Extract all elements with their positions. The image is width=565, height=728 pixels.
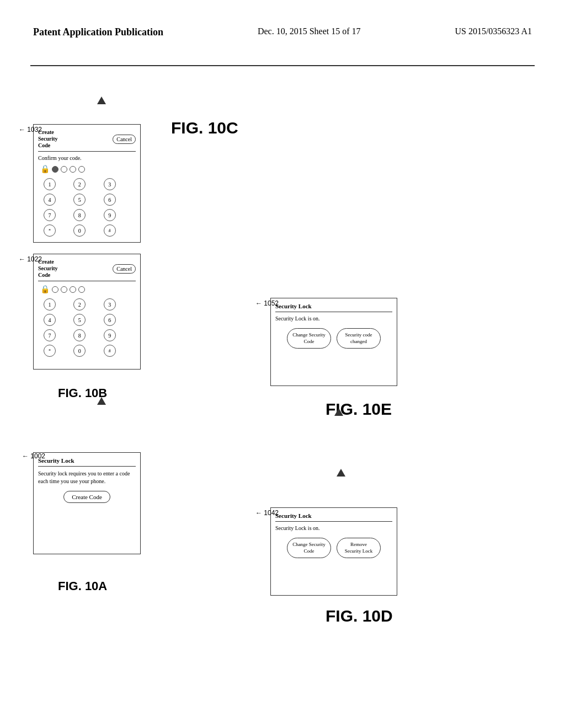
bracket-10c: ← 1032 — [19, 124, 42, 134]
bracket-id-10d: ← 1042 — [255, 509, 279, 517]
bracket-id-10b: ← 1022 — [19, 255, 42, 263]
numpad-10b: 1 2 3 4 5 6 7 8 9 * 0 # — [38, 298, 136, 357]
dot3-10b — [70, 286, 76, 293]
key-8-10c[interactable]: 8 — [73, 209, 86, 221]
key-2-10b[interactable]: 2 — [73, 298, 86, 311]
key-2-10c[interactable]: 2 — [73, 178, 86, 190]
key-star-10c[interactable]: * — [44, 224, 56, 237]
bracket-10d: ← 1042 — [255, 507, 279, 517]
body-text-10a: Security lock requires you to enter a co… — [38, 470, 136, 485]
fig-label-10d: FIG. 10D — [326, 607, 393, 625]
key-8-10b[interactable]: 8 — [73, 329, 86, 341]
status-text-10e: Security Lock is on. — [275, 315, 392, 322]
lock-icon-10b: 🔒 — [40, 285, 50, 294]
arrow-10c-up — [97, 97, 106, 104]
fig-label-10b: FIG. 10B — [58, 386, 107, 400]
code-changed-btn-10e[interactable]: Security code changed — [337, 328, 381, 349]
fig-label-10a: FIG. 10A — [58, 579, 107, 593]
screen-title-10c: Create Security Code — [38, 129, 68, 149]
dot1-10c — [52, 166, 58, 173]
key-4-10b[interactable]: 4 — [44, 314, 56, 326]
arrow-10d-up — [337, 469, 345, 477]
bracket-10e: ← 1052 — [255, 298, 279, 308]
screen-title-10b: Create Security Code — [38, 259, 68, 279]
page-header: Patent Application Publication Dec. 10, … — [0, 26, 565, 38]
phone-box-10b: Create Security Code Cancel 🔒 1 2 3 4 5 … — [33, 254, 141, 370]
key-1-10c[interactable]: 1 — [44, 178, 56, 190]
bracket-id-10c: ← 1032 — [19, 126, 42, 133]
bracket-id-10a: ← 1002 — [22, 452, 45, 460]
key-3-10b[interactable]: 3 — [104, 298, 116, 311]
key-0-10b[interactable]: 0 — [73, 345, 86, 357]
bracket-id-10e: ← 1052 — [255, 299, 279, 307]
numpad-10c: 1 2 3 4 5 6 7 8 9 * 0 # — [38, 178, 136, 237]
key-hash-10b[interactable]: # — [104, 345, 116, 357]
phone-box-10a: Security Lock Security lock requires you… — [33, 452, 141, 554]
key-9-10b[interactable]: 9 — [104, 329, 116, 341]
header-divider — [30, 65, 535, 66]
key-star-10b[interactable]: * — [44, 345, 56, 357]
key-6-10b[interactable]: 6 — [104, 314, 116, 326]
dot2-10c — [61, 166, 67, 173]
lock-icon-10c: 🔒 — [40, 164, 50, 174]
key-1-10b[interactable]: 1 — [44, 298, 56, 311]
dot4-10b — [78, 286, 85, 293]
screen-title-10e: Security Lock — [275, 303, 392, 312]
key-6-10c[interactable]: 6 — [104, 194, 116, 206]
dot2-10b — [61, 286, 67, 293]
header-right: US 2015/0356323 A1 — [455, 26, 532, 36]
key-7-10b[interactable]: 7 — [44, 329, 56, 341]
arrow-10d-to-10e — [334, 408, 343, 416]
key-0-10c[interactable]: 0 — [73, 224, 86, 237]
header-center: Dec. 10, 2015 Sheet 15 of 17 — [258, 26, 361, 36]
bracket-10b: ← 1022 — [19, 254, 42, 264]
status-text-10d: Security Lock is on. — [275, 525, 392, 531]
bracket-10a: ← 1002 — [22, 452, 45, 460]
key-9-10c[interactable]: 9 — [104, 209, 116, 221]
screen-title-10a: Security Lock — [38, 457, 136, 467]
change-code-btn-10d[interactable]: Change Security Code — [287, 538, 331, 558]
dot1-10b — [52, 286, 58, 293]
key-3-10c[interactable]: 3 — [104, 178, 116, 190]
screen-title-10d: Security Lock — [275, 512, 392, 522]
key-4-10c[interactable]: 4 — [44, 194, 56, 206]
cancel-btn-10b[interactable]: Cancel — [113, 264, 136, 274]
key-5-10b[interactable]: 5 — [73, 314, 86, 326]
phone-box-10d: Security Lock Security Lock is on. Chang… — [270, 507, 397, 596]
key-7-10c[interactable]: 7 — [44, 209, 56, 221]
confirm-text-10c: Confirm your code. — [38, 155, 136, 161]
change-code-btn-10e[interactable]: Change Security Code — [287, 328, 331, 349]
cancel-btn-10c[interactable]: Cancel — [113, 135, 136, 144]
remove-lock-btn-10d[interactable]: Remove Security Lock — [337, 538, 381, 558]
key-hash-10c[interactable]: # — [104, 224, 116, 237]
phone-box-10c: Create Security Code Cancel Confirm your… — [33, 124, 141, 243]
header-left: Patent Application Publication — [33, 26, 163, 38]
dot3-10c — [70, 166, 76, 173]
key-5-10c[interactable]: 5 — [73, 194, 86, 206]
phone-box-10e: Security Lock Security Lock is on. Chang… — [270, 298, 397, 386]
fig-label-10c: FIG. 10C — [171, 119, 238, 137]
create-code-btn[interactable]: Create Code — [63, 491, 110, 503]
dot4-10c — [78, 166, 85, 173]
